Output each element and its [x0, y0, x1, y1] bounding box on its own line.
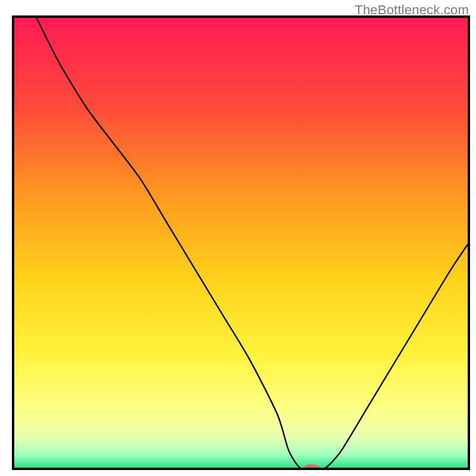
- gradient-background: [13, 17, 469, 469]
- chart-svg: [0, 0, 476, 476]
- bottleneck-chart: TheBottleneck.com: [0, 0, 476, 476]
